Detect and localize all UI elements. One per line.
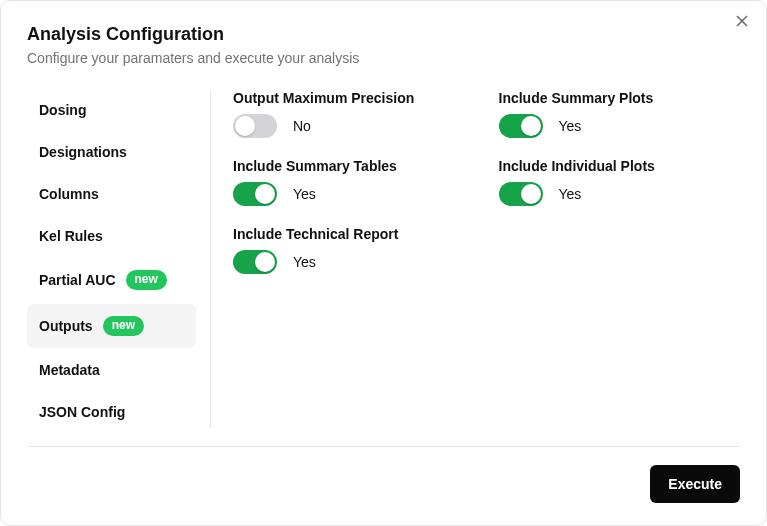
toggle-thumb [235,116,255,136]
toggle-row: Yes [233,250,475,274]
setting-include-individual-plots: Include Individual PlotsYes [499,158,741,206]
toggle-output-maximum-precision[interactable] [233,114,277,138]
settings-panel: Output Maximum PrecisionNoInclude Summar… [211,90,740,428]
setting-output-maximum-precision: Output Maximum PrecisionNo [233,90,475,138]
setting-include-summary-plots: Include Summary PlotsYes [499,90,741,138]
setting-label: Include Technical Report [233,226,475,242]
close-button[interactable] [734,15,750,31]
toggle-include-summary-plots[interactable] [499,114,543,138]
toggle-row: Yes [499,114,741,138]
sidebar-item-metadata[interactable]: Metadata [27,350,196,390]
sidebar-item-label: Partial AUC [39,272,116,288]
toggle-thumb [255,184,275,204]
sidebar-item-label: Columns [39,186,99,202]
sidebar-item-kel-rules[interactable]: Kel Rules [27,216,196,256]
sidebar-item-label: Dosing [39,102,86,118]
toggle-thumb [521,184,541,204]
toggle-row: Yes [233,182,475,206]
sidebar-item-dosing[interactable]: Dosing [27,90,196,130]
toggle-include-technical-report[interactable] [233,250,277,274]
sidebar-item-label: Kel Rules [39,228,103,244]
toggle-row: Yes [499,182,741,206]
toggle-value: Yes [293,186,316,202]
sidebar-item-partial-auc[interactable]: Partial AUCnew [27,258,196,302]
toggle-value: No [293,118,311,134]
close-icon [735,14,749,32]
toggle-include-individual-plots[interactable] [499,182,543,206]
new-badge: new [126,270,167,290]
toggle-row: No [233,114,475,138]
toggle-thumb [255,252,275,272]
dialog-subtitle: Configure your paramaters and execute yo… [27,50,740,66]
sidebar-item-columns[interactable]: Columns [27,174,196,214]
toggle-value: Yes [293,254,316,270]
toggle-value: Yes [559,118,582,134]
sidebar-item-designations[interactable]: Designations [27,132,196,172]
execute-button[interactable]: Execute [650,465,740,503]
sidebar-item-outputs[interactable]: Outputsnew [27,304,196,348]
setting-include-technical-report: Include Technical ReportYes [233,226,475,274]
setting-label: Include Summary Tables [233,158,475,174]
sidebar-item-label: Outputs [39,318,93,334]
toggle-include-summary-tables[interactable] [233,182,277,206]
setting-label: Include Summary Plots [499,90,741,106]
sidebar-item-label: JSON Config [39,404,125,420]
sidebar-item-json-config[interactable]: JSON Config [27,392,196,432]
sidebar-item-label: Metadata [39,362,100,378]
setting-label: Include Individual Plots [499,158,741,174]
toggle-thumb [521,116,541,136]
toggle-value: Yes [559,186,582,202]
dialog-header: Analysis Configuration Configure your pa… [1,1,766,76]
setting-label: Output Maximum Precision [233,90,475,106]
dialog-footer: Execute [27,446,740,525]
sidebar-item-label: Designations [39,144,127,160]
sidebar: DosingDesignationsColumnsKel RulesPartia… [27,90,211,428]
dialog-title: Analysis Configuration [27,23,740,46]
setting-include-summary-tables: Include Summary TablesYes [233,158,475,206]
new-badge: new [103,316,144,336]
analysis-config-dialog: Analysis Configuration Configure your pa… [0,0,767,526]
dialog-content: DosingDesignationsColumnsKel RulesPartia… [1,76,766,428]
